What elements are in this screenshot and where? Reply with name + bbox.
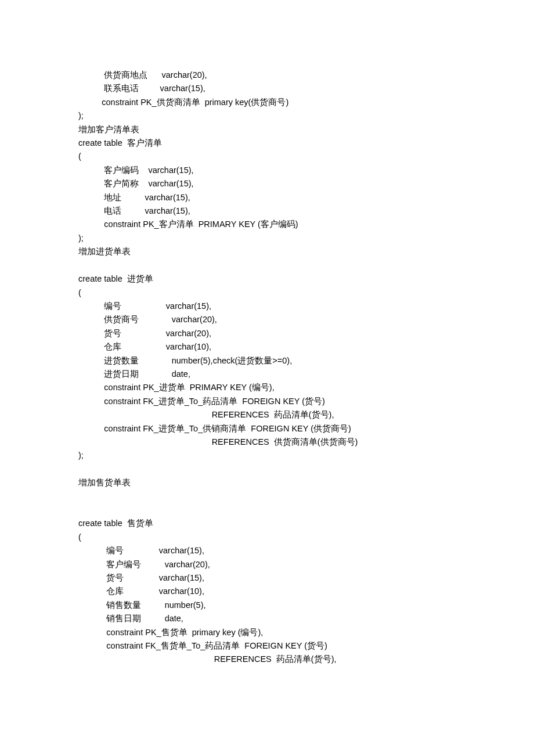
code-line: 电话 varchar(15), bbox=[0, 204, 534, 218]
code-line: 供货商地点 varchar(20), bbox=[0, 69, 534, 82]
code-line bbox=[0, 463, 534, 476]
code-line bbox=[0, 490, 534, 503]
code-line: 编号 varchar(15), bbox=[0, 544, 534, 557]
code-line: 增加客户清单表 bbox=[0, 123, 534, 136]
code-line: REFERENCES 药品清单(货号), bbox=[0, 653, 534, 666]
code-line: 客户编码 varchar(15), bbox=[0, 164, 534, 177]
document-page: 供货商地点 varchar(20), 联系电话 varchar(15), con… bbox=[0, 0, 534, 756]
code-line: 进货日期 date, bbox=[0, 368, 534, 381]
code-line: REFERENCES 供货商清单(供货商号) bbox=[0, 435, 534, 449]
code-line: ( bbox=[0, 150, 534, 163]
code-line: 编号 varchar(15), bbox=[0, 300, 534, 313]
code-line: 地址 varchar(15), bbox=[0, 191, 534, 204]
code-line: 增加售货单表 bbox=[0, 476, 534, 489]
code-line: 供货商号 varchar(20), bbox=[0, 313, 534, 326]
code-line: create table 进货单 bbox=[0, 272, 534, 286]
code-line: 仓库 varchar(10), bbox=[0, 340, 534, 354]
code-line: constraint PK_进货单 PRIMARY KEY (编号), bbox=[0, 381, 534, 394]
code-line: 联系电话 varchar(15), bbox=[0, 82, 534, 95]
code-line: 客户简称 varchar(15), bbox=[0, 177, 534, 190]
code-line: constraint FK_进货单_To_药品清单 FOREIGN KEY (货… bbox=[0, 395, 534, 408]
code-line: ); bbox=[0, 232, 534, 245]
code-line: 仓库 varchar(10), bbox=[0, 585, 534, 598]
code-line: constraint FK_进货单_To_供销商清单 FOREIGN KEY (… bbox=[0, 422, 534, 435]
code-line: 货号 varchar(20), bbox=[0, 327, 534, 340]
code-line: 进货数量 number(5),check(进货数量>=0), bbox=[0, 354, 534, 368]
code-line: 销售数量 number(5), bbox=[0, 599, 534, 612]
code-line: ); bbox=[0, 109, 534, 123]
code-line: constraint FK_售货单_To_药品清单 FOREIGN KEY (货… bbox=[0, 639, 534, 653]
code-line: REFERENCES 药品清单(货号), bbox=[0, 408, 534, 422]
code-line: constraint PK_供货商清单 primary key(供货商号) bbox=[0, 96, 534, 109]
code-line bbox=[0, 259, 534, 272]
code-line: 客户编号 varchar(20), bbox=[0, 558, 534, 571]
code-line: 销售日期 date, bbox=[0, 612, 534, 625]
code-line: ( bbox=[0, 531, 534, 544]
code-line: constraint PK_售货单 primary key (编号), bbox=[0, 626, 534, 639]
code-line: constraint PK_客户清单 PRIMARY KEY (客户编码) bbox=[0, 218, 534, 231]
code-line: ); bbox=[0, 449, 534, 462]
code-line: ( bbox=[0, 286, 534, 300]
code-line: 货号 varchar(15), bbox=[0, 571, 534, 585]
code-line bbox=[0, 503, 534, 517]
code-line: create table 客户清单 bbox=[0, 136, 534, 150]
code-content: 供货商地点 varchar(20), 联系电话 varchar(15), con… bbox=[0, 69, 534, 667]
code-line: create table 售货单 bbox=[0, 517, 534, 530]
code-line: 增加进货单表 bbox=[0, 245, 534, 258]
